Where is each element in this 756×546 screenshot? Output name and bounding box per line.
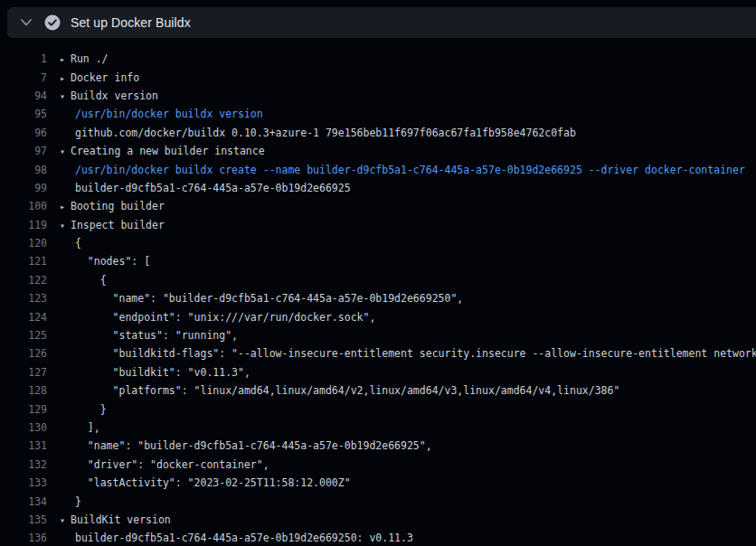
log-row: 123 "name": "builder-d9cfb5a1-c764-445a-… (0, 289, 756, 307)
line-number[interactable]: 136 (0, 532, 47, 544)
log-group-header[interactable]: ▾Inspect builder (60, 219, 756, 231)
line-number[interactable]: 128 (0, 384, 47, 397)
log-row: 98/usr/bin/docker buildx create --name b… (0, 160, 756, 178)
check-circle-icon (44, 14, 61, 31)
line-number[interactable]: 122 (0, 274, 47, 287)
log-group-header[interactable]: ▸Docker info (60, 71, 756, 84)
triangle-down-icon: ▾ (60, 91, 71, 101)
group-label: Booting builder (71, 200, 165, 212)
log-row: 134} (0, 492, 756, 510)
step-title: Set up Docker Buildx (71, 15, 191, 30)
log-row: 125 "status": "running", (0, 326, 756, 344)
line-number[interactable]: 94 (0, 89, 47, 102)
log-row: 136builder-d9cfb5a1-c764-445a-a57e-0b19d… (0, 529, 756, 546)
log-row: 119▾Inspect builder (0, 216, 756, 234)
log-row: 126 "buildkitd-flags": "--allow-insecure… (0, 344, 756, 362)
output-line: github.com/docker/buildx 0.10.3+azure-1 … (60, 127, 756, 139)
line-number[interactable]: 133 (0, 476, 47, 489)
output-line: "endpoint": "unix:///var/run/docker.sock… (60, 311, 756, 324)
group-label: Inspect builder (71, 219, 165, 231)
log-row: 133 "lastActivity": "2023-02-25T11:58:12… (0, 474, 756, 492)
output-line: ], (60, 421, 756, 434)
output-line: "lastActivity": "2023-02-25T11:58:12.000… (60, 476, 756, 489)
triangle-down-icon: ▾ (60, 146, 71, 156)
line-number[interactable]: 124 (0, 311, 47, 324)
output-line: builder-d9cfb5a1-c764-445a-a57e-0b19d2e6… (60, 182, 756, 194)
output-line: "nodes": [ (60, 255, 756, 268)
line-number[interactable]: 129 (0, 403, 47, 416)
output-line: { (60, 237, 756, 249)
line-number[interactable]: 99 (0, 182, 47, 194)
line-number[interactable]: 120 (0, 237, 47, 249)
output-line: builder-d9cfb5a1-c764-445a-a57e-0b19d2e6… (60, 532, 756, 544)
step-header[interactable]: Set up Docker Buildx (7, 7, 756, 38)
line-number[interactable]: 127 (0, 366, 47, 379)
line-number[interactable]: 123 (0, 292, 47, 305)
chevron-down-icon[interactable] (20, 18, 33, 27)
log-row: 1▸Run ./ (0, 50, 756, 68)
line-number[interactable]: 97 (0, 145, 47, 157)
output-line: "driver": "docker-container", (60, 458, 756, 471)
command-line: /usr/bin/docker buildx version (60, 108, 756, 120)
log-row: 127 "buildkit": "v0.11.3", (0, 363, 756, 381)
triangle-right-icon: ▸ (60, 73, 71, 83)
line-number[interactable]: 126 (0, 347, 47, 360)
line-number[interactable]: 134 (0, 495, 47, 508)
line-number[interactable]: 130 (0, 421, 47, 434)
log-group-header[interactable]: ▾BuildKit version (60, 513, 756, 526)
log-row: 129 } (0, 400, 756, 418)
line-number[interactable]: 100 (0, 200, 47, 212)
triangle-right-icon: ▸ (60, 54, 71, 64)
triangle-down-icon: ▾ (60, 221, 71, 231)
log-group-header[interactable]: ▾Creating a new builder instance (60, 145, 756, 157)
output-line: } (60, 495, 756, 508)
output-line: } (60, 403, 756, 416)
output-line: { (60, 274, 756, 287)
log-row: 135▾BuildKit version (0, 511, 756, 529)
log-row: 128 "platforms": "linux/amd64,linux/amd6… (0, 381, 756, 400)
triangle-right-icon: ▸ (60, 202, 71, 212)
output-line: "buildkitd-flags": "--allow-insecure-ent… (60, 347, 756, 360)
group-label: Docker info (71, 71, 139, 84)
log-row: 99builder-d9cfb5a1-c764-445a-a57e-0b19d2… (0, 179, 756, 197)
command-line: /usr/bin/docker buildx create --name bui… (60, 164, 756, 176)
output-line: "platforms": "linux/amd64,linux/amd64/v2… (60, 384, 756, 397)
line-number[interactable]: 7 (0, 71, 47, 84)
line-number[interactable]: 125 (0, 329, 47, 342)
output-line: "name": "builder-d9cfb5a1-c764-445a-a57e… (60, 292, 756, 305)
line-number[interactable]: 135 (0, 513, 47, 526)
line-number[interactable]: 132 (0, 458, 47, 471)
log-row: 97▾Creating a new builder instance (0, 142, 756, 160)
log-row: 7▸Docker info (0, 68, 756, 86)
log-row: 122 { (0, 271, 756, 289)
log-row: 96github.com/docker/buildx 0.10.3+azure-… (0, 124, 756, 142)
line-number[interactable]: 119 (0, 219, 47, 231)
output-line: "name": "builder-d9cfb5a1-c764-445a-a57e… (60, 439, 756, 452)
line-number[interactable]: 131 (0, 439, 47, 452)
group-label: Creating a new builder instance (71, 145, 265, 157)
log-rows: 1▸Run ./7▸Docker info94▾Buildx version95… (0, 50, 756, 546)
log-row: 120{ (0, 234, 756, 252)
log-row: 100▸Booting builder (0, 197, 756, 215)
output-line: "status": "running", (60, 329, 756, 342)
log-group-header[interactable]: ▾Buildx version (60, 89, 756, 102)
log-row: 121 "nodes": [ (0, 252, 756, 270)
output-line: "buildkit": "v0.11.3", (60, 366, 756, 379)
group-label: Buildx version (71, 89, 158, 102)
line-number[interactable]: 98 (0, 164, 47, 176)
log-group-header[interactable]: ▸Booting builder (60, 200, 756, 212)
log-row: 131 "name": "builder-d9cfb5a1-c764-445a-… (0, 437, 756, 455)
line-number[interactable]: 95 (0, 108, 47, 120)
line-number[interactable]: 96 (0, 127, 47, 139)
log-group-header[interactable]: ▸Run ./ (60, 52, 756, 65)
log-row: 124 "endpoint": "unix:///var/run/docker.… (0, 307, 756, 325)
group-label: BuildKit version (71, 513, 171, 526)
log-row: 94▾Buildx version (0, 87, 756, 105)
triangle-down-icon: ▾ (60, 515, 71, 525)
line-number[interactable]: 121 (0, 255, 47, 268)
group-label: Run ./ (71, 52, 109, 65)
log-row: 132 "driver": "docker-container", (0, 456, 756, 474)
log-row: 95/usr/bin/docker buildx version (0, 105, 756, 123)
line-number[interactable]: 1 (0, 52, 47, 65)
log-area: 1▸Run ./7▸Docker info94▾Buildx version95… (0, 38, 756, 546)
